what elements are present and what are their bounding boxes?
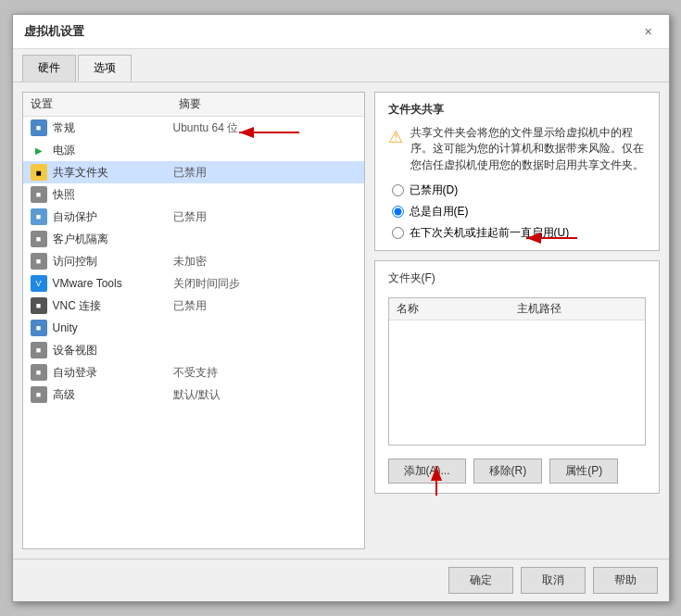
setting-general[interactable]: ■ 常规 Ubuntu 64 位 [23, 117, 364, 139]
radio-disabled-label: 已禁用(D) [410, 182, 459, 198]
setting-advanced-value: 默认/默认 [173, 387, 357, 403]
setting-shared-folders[interactable]: ■ 共享文件夹 已禁用 [23, 161, 364, 183]
setting-access-value: 未加密 [173, 254, 357, 270]
folder-section: 文件夹(F) 名称 主机路径 添加(A)... 移除(R) 属性(P) [374, 260, 660, 494]
col-name-header: 名称 [397, 301, 517, 317]
warning-icon: ⚠ [388, 127, 403, 173]
col-summary-header: 摘要 [179, 96, 201, 112]
radio-always[interactable]: 总是自用(E) [392, 204, 646, 220]
setting-vmwaretools-value: 关闭时间同步 [173, 276, 357, 292]
setting-access[interactable]: ■ 访问控制 未加密 [23, 250, 364, 272]
folder-label: 文件夹(F) [388, 270, 646, 286]
setting-power-name: 电源 [53, 143, 173, 158]
ok-button[interactable]: 确定 [448, 567, 513, 594]
unity-icon: ■ [31, 320, 47, 336]
file-sharing-section: 文件夹共享 ⚠ 共享文件夹会将您的文件显示给虚拟机中的程序。这可能为您的计算机和… [374, 92, 660, 251]
close-button[interactable]: × [639, 22, 658, 41]
isolation-icon: ■ [31, 231, 47, 247]
bottom-bar: 确定 取消 帮助 [13, 559, 669, 601]
setting-general-value: Ubuntu 64 位 [173, 120, 357, 136]
folder-table: 名称 主机路径 [388, 297, 646, 446]
devices-icon: ■ [31, 342, 47, 358]
snapshot-icon: ■ [31, 186, 47, 203]
radio-disabled-input[interactable] [392, 184, 404, 196]
vnc-icon: ■ [31, 297, 47, 314]
setting-autologin[interactable]: ■ 自动登录 不受支持 [23, 361, 364, 383]
sharing-radio-group: 已禁用(D) 总是自用(E) 在下次关机或挂起前一直启用(U) [392, 182, 646, 241]
advanced-icon: ■ [31, 386, 47, 403]
remove-button[interactable]: 移除(R) [473, 459, 543, 484]
col-settings-header: 设置 [31, 96, 179, 112]
setting-advanced-name: 高级 [53, 387, 173, 403]
right-panel: 文件夹共享 ⚠ 共享文件夹会将您的文件显示给虚拟机中的程序。这可能为您的计算机和… [374, 92, 660, 549]
add-button[interactable]: 添加(A)... [388, 459, 466, 484]
radio-until-off-input[interactable] [392, 227, 404, 239]
setting-access-name: 访问控制 [53, 254, 173, 270]
setting-autoprotect[interactable]: ■ 自动保护 已禁用 [23, 206, 364, 228]
setting-power[interactable]: ▶ 电源 [23, 139, 364, 161]
tab-hardware[interactable]: 硬件 [22, 55, 76, 82]
share-icon: ■ [31, 164, 47, 181]
setting-vnc[interactable]: ■ VNC 连接 已禁用 [23, 295, 364, 317]
general-icon: ■ [31, 119, 47, 136]
setting-vmwaretools-name: VMware Tools [53, 277, 173, 290]
radio-until-off[interactable]: 在下次关机或挂起前一直启用(U) [392, 225, 646, 241]
setting-shared-folders-value: 已禁用 [173, 165, 357, 181]
radio-always-label: 总是自用(E) [410, 204, 469, 220]
autoprotect-icon: ■ [31, 208, 47, 225]
help-button[interactable]: 帮助 [593, 567, 658, 594]
radio-disabled[interactable]: 已禁用(D) [392, 182, 646, 198]
power-icon: ▶ [31, 142, 47, 158]
setting-snapshots[interactable]: ■ 快照 [23, 183, 364, 206]
setting-vnc-value: 已禁用 [173, 298, 357, 314]
access-icon: ■ [31, 253, 47, 270]
autologin-icon: ■ [31, 364, 47, 381]
setting-devices[interactable]: ■ 设备视图 [23, 339, 364, 361]
file-sharing-title: 文件夹共享 [388, 102, 646, 118]
folder-buttons: 添加(A)... 移除(R) 属性(P) [388, 459, 646, 484]
radio-until-off-label: 在下次关机或挂起前一直启用(U) [410, 225, 570, 241]
vmwaretools-icon: V [31, 275, 47, 292]
tab-bar: 硬件 选项 [13, 49, 669, 82]
setting-general-name: 常规 [53, 120, 173, 136]
setting-autologin-value: 不受支持 [173, 365, 357, 381]
setting-unity[interactable]: ■ Unity [23, 317, 364, 339]
setting-autologin-name: 自动登录 [53, 365, 173, 381]
setting-vmwaretools[interactable]: V VMware Tools 关闭时间同步 [23, 272, 364, 295]
setting-advanced[interactable]: ■ 高级 默认/默认 [23, 383, 364, 406]
properties-button[interactable]: 属性(P) [549, 459, 618, 484]
dialog-title: 虚拟机设置 [24, 23, 84, 40]
setting-autoprotect-name: 自动保护 [53, 209, 173, 225]
setting-isolation-name: 客户机隔离 [53, 232, 173, 247]
tab-options[interactable]: 选项 [78, 55, 132, 82]
setting-snapshots-name: 快照 [53, 187, 173, 203]
setting-autoprotect-value: 已禁用 [173, 209, 357, 225]
setting-vnc-name: VNC 连接 [53, 298, 173, 314]
warning-text: 共享文件夹会将您的文件显示给虚拟机中的程序。这可能为您的计算机和数据带来风险。仅… [410, 125, 646, 173]
radio-always-input[interactable] [392, 206, 404, 218]
setting-unity-name: Unity [53, 321, 173, 334]
settings-list: 设置 摘要 ■ 常规 Ubuntu 64 位 ▶ 电源 ■ 共享文件夹 [22, 92, 365, 549]
setting-isolation[interactable]: ■ 客户机隔离 [23, 228, 364, 250]
col-path-header: 主机路径 [517, 301, 637, 317]
setting-devices-name: 设备视图 [53, 343, 173, 358]
setting-shared-folders-name: 共享文件夹 [53, 165, 173, 181]
cancel-button[interactable]: 取消 [521, 567, 586, 594]
